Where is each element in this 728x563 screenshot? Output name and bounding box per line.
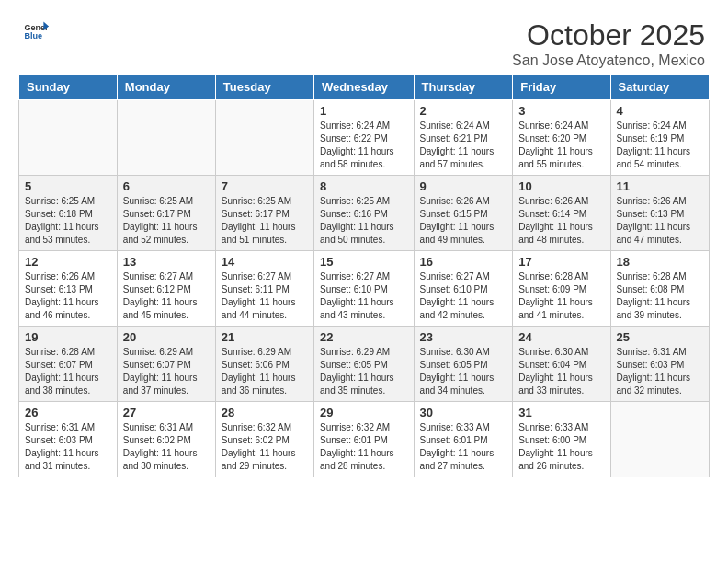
calendar-cell: 16Sunrise: 6:27 AM Sunset: 6:10 PM Dayli… bbox=[414, 251, 513, 327]
week-row-1: 5Sunrise: 6:25 AM Sunset: 6:18 PM Daylig… bbox=[19, 176, 710, 251]
calendar-cell bbox=[215, 100, 313, 176]
calendar-cell: 14Sunrise: 6:27 AM Sunset: 6:11 PM Dayli… bbox=[215, 251, 313, 327]
title-area: October 2025 San Jose Atoyatenco, Mexico bbox=[512, 18, 705, 69]
calendar-cell: 30Sunrise: 6:33 AM Sunset: 6:01 PM Dayli… bbox=[414, 402, 513, 477]
calendar-cell: 3Sunrise: 6:24 AM Sunset: 6:20 PM Daylig… bbox=[513, 100, 610, 176]
cell-info: Sunrise: 6:25 AM Sunset: 6:18 PM Dayligh… bbox=[25, 195, 111, 247]
cell-day-number: 20 bbox=[123, 330, 210, 344]
calendar-cell: 26Sunrise: 6:31 AM Sunset: 6:03 PM Dayli… bbox=[19, 402, 118, 477]
calendar-cell: 2Sunrise: 6:24 AM Sunset: 6:21 PM Daylig… bbox=[414, 100, 513, 176]
calendar-cell: 23Sunrise: 6:30 AM Sunset: 6:05 PM Dayli… bbox=[414, 327, 513, 402]
cell-info: Sunrise: 6:27 AM Sunset: 6:10 PM Dayligh… bbox=[420, 270, 507, 322]
cell-info: Sunrise: 6:25 AM Sunset: 6:16 PM Dayligh… bbox=[320, 195, 408, 247]
calendar-cell: 31Sunrise: 6:33 AM Sunset: 6:00 PM Dayli… bbox=[513, 402, 610, 477]
calendar-cell: 21Sunrise: 6:29 AM Sunset: 6:06 PM Dayli… bbox=[215, 327, 313, 402]
cell-info: Sunrise: 6:30 AM Sunset: 6:05 PM Dayligh… bbox=[420, 346, 507, 397]
calendar-cell: 17Sunrise: 6:28 AM Sunset: 6:09 PM Dayli… bbox=[513, 251, 610, 327]
header-cell-sunday: Sunday bbox=[19, 75, 118, 100]
cell-day-number: 7 bbox=[222, 179, 308, 193]
cell-info: Sunrise: 6:26 AM Sunset: 6:13 PM Dayligh… bbox=[25, 270, 111, 322]
cell-day-number: 4 bbox=[617, 104, 703, 118]
cell-day-number: 19 bbox=[25, 330, 111, 344]
calendar-cell: 24Sunrise: 6:30 AM Sunset: 6:04 PM Dayli… bbox=[513, 327, 610, 402]
cell-day-number: 30 bbox=[420, 406, 507, 419]
logo: General Blue bbox=[23, 18, 49, 44]
cell-info: Sunrise: 6:26 AM Sunset: 6:14 PM Dayligh… bbox=[518, 195, 604, 247]
header-cell-thursday: Thursday bbox=[414, 75, 513, 100]
cell-day-number: 12 bbox=[25, 255, 111, 269]
header-cell-saturday: Saturday bbox=[610, 75, 709, 100]
svg-text:Blue: Blue bbox=[24, 31, 42, 40]
calendar-cell: 4Sunrise: 6:24 AM Sunset: 6:19 PM Daylig… bbox=[610, 100, 709, 176]
calendar-cell: 28Sunrise: 6:32 AM Sunset: 6:02 PM Dayli… bbox=[215, 402, 313, 477]
cell-info: Sunrise: 6:24 AM Sunset: 6:20 PM Dayligh… bbox=[518, 120, 604, 171]
cell-info: Sunrise: 6:33 AM Sunset: 6:01 PM Dayligh… bbox=[420, 421, 507, 473]
calendar-cell: 1Sunrise: 6:24 AM Sunset: 6:22 PM Daylig… bbox=[314, 100, 415, 176]
calendar-cell: 19Sunrise: 6:28 AM Sunset: 6:07 PM Dayli… bbox=[19, 327, 118, 402]
calendar-cell: 6Sunrise: 6:25 AM Sunset: 6:17 PM Daylig… bbox=[117, 176, 215, 251]
calendar-cell: 27Sunrise: 6:31 AM Sunset: 6:02 PM Dayli… bbox=[117, 402, 215, 477]
cell-day-number: 9 bbox=[420, 179, 507, 193]
cell-day-number: 3 bbox=[518, 104, 604, 118]
header-row: SundayMondayTuesdayWednesdayThursdayFrid… bbox=[19, 75, 710, 100]
cell-day-number: 27 bbox=[123, 406, 210, 419]
calendar-cell: 12Sunrise: 6:26 AM Sunset: 6:13 PM Dayli… bbox=[19, 251, 118, 327]
calendar-cell: 15Sunrise: 6:27 AM Sunset: 6:10 PM Dayli… bbox=[314, 251, 415, 327]
header: General Blue October 2025 San Jose Atoya… bbox=[9, 9, 719, 74]
week-row-0: 1Sunrise: 6:24 AM Sunset: 6:22 PM Daylig… bbox=[19, 100, 710, 176]
cell-info: Sunrise: 6:31 AM Sunset: 6:03 PM Dayligh… bbox=[25, 421, 111, 473]
cell-day-number: 16 bbox=[420, 255, 507, 269]
cell-info: Sunrise: 6:24 AM Sunset: 6:19 PM Dayligh… bbox=[617, 120, 703, 171]
cell-day-number: 13 bbox=[123, 255, 210, 269]
cell-info: Sunrise: 6:26 AM Sunset: 6:15 PM Dayligh… bbox=[420, 195, 507, 247]
cell-info: Sunrise: 6:31 AM Sunset: 6:03 PM Dayligh… bbox=[617, 346, 703, 397]
cell-info: Sunrise: 6:25 AM Sunset: 6:17 PM Dayligh… bbox=[222, 195, 308, 247]
cell-info: Sunrise: 6:33 AM Sunset: 6:00 PM Dayligh… bbox=[518, 421, 604, 473]
calendar-cell: 13Sunrise: 6:27 AM Sunset: 6:12 PM Dayli… bbox=[117, 251, 215, 327]
calendar-cell: 22Sunrise: 6:29 AM Sunset: 6:05 PM Dayli… bbox=[314, 327, 415, 402]
calendar-cell: 29Sunrise: 6:32 AM Sunset: 6:01 PM Dayli… bbox=[314, 402, 415, 477]
cell-info: Sunrise: 6:27 AM Sunset: 6:12 PM Dayligh… bbox=[123, 270, 210, 322]
cell-day-number: 25 bbox=[617, 330, 703, 344]
calendar-cell: 10Sunrise: 6:26 AM Sunset: 6:14 PM Dayli… bbox=[513, 176, 610, 251]
location-subtitle: San Jose Atoyatenco, Mexico bbox=[512, 52, 705, 69]
cell-info: Sunrise: 6:24 AM Sunset: 6:21 PM Dayligh… bbox=[420, 120, 507, 171]
week-row-3: 19Sunrise: 6:28 AM Sunset: 6:07 PM Dayli… bbox=[19, 327, 710, 402]
cell-info: Sunrise: 6:32 AM Sunset: 6:01 PM Dayligh… bbox=[320, 421, 408, 473]
header-cell-wednesday: Wednesday bbox=[314, 75, 415, 100]
cell-info: Sunrise: 6:27 AM Sunset: 6:10 PM Dayligh… bbox=[320, 270, 408, 322]
logo-icon: General Blue bbox=[23, 18, 49, 44]
cell-day-number: 2 bbox=[420, 104, 507, 118]
calendar-cell: 9Sunrise: 6:26 AM Sunset: 6:15 PM Daylig… bbox=[414, 176, 513, 251]
calendar-cell: 8Sunrise: 6:25 AM Sunset: 6:16 PM Daylig… bbox=[314, 176, 415, 251]
cell-info: Sunrise: 6:29 AM Sunset: 6:07 PM Dayligh… bbox=[123, 346, 210, 397]
calendar-cell: 7Sunrise: 6:25 AM Sunset: 6:17 PM Daylig… bbox=[215, 176, 313, 251]
cell-info: Sunrise: 6:28 AM Sunset: 6:08 PM Dayligh… bbox=[617, 270, 703, 322]
month-title: October 2025 bbox=[512, 18, 705, 52]
cell-day-number: 26 bbox=[25, 406, 111, 419]
cell-info: Sunrise: 6:29 AM Sunset: 6:05 PM Dayligh… bbox=[320, 346, 408, 397]
cell-day-number: 28 bbox=[222, 406, 308, 419]
cell-info: Sunrise: 6:31 AM Sunset: 6:02 PM Dayligh… bbox=[123, 421, 210, 473]
cell-info: Sunrise: 6:32 AM Sunset: 6:02 PM Dayligh… bbox=[222, 421, 308, 473]
header-cell-friday: Friday bbox=[513, 75, 610, 100]
cell-day-number: 10 bbox=[518, 179, 604, 193]
cell-day-number: 24 bbox=[518, 330, 604, 344]
cell-info: Sunrise: 6:29 AM Sunset: 6:06 PM Dayligh… bbox=[222, 346, 308, 397]
cell-day-number: 21 bbox=[222, 330, 308, 344]
week-row-4: 26Sunrise: 6:31 AM Sunset: 6:03 PM Dayli… bbox=[19, 402, 710, 477]
week-row-2: 12Sunrise: 6:26 AM Sunset: 6:13 PM Dayli… bbox=[19, 251, 710, 327]
cell-day-number: 6 bbox=[123, 179, 210, 193]
cell-info: Sunrise: 6:24 AM Sunset: 6:22 PM Dayligh… bbox=[320, 120, 408, 171]
calendar-cell: 25Sunrise: 6:31 AM Sunset: 6:03 PM Dayli… bbox=[610, 327, 709, 402]
cell-day-number: 5 bbox=[25, 179, 111, 193]
cell-day-number: 18 bbox=[617, 255, 703, 269]
cell-day-number: 31 bbox=[518, 406, 604, 419]
calendar-cell bbox=[610, 402, 709, 477]
calendar-cell: 18Sunrise: 6:28 AM Sunset: 6:08 PM Dayli… bbox=[610, 251, 709, 327]
cell-info: Sunrise: 6:28 AM Sunset: 6:09 PM Dayligh… bbox=[518, 270, 604, 322]
cell-info: Sunrise: 6:26 AM Sunset: 6:13 PM Dayligh… bbox=[617, 195, 703, 247]
cell-info: Sunrise: 6:30 AM Sunset: 6:04 PM Dayligh… bbox=[518, 346, 604, 397]
calendar-cell bbox=[117, 100, 215, 176]
header-cell-monday: Monday bbox=[117, 75, 215, 100]
